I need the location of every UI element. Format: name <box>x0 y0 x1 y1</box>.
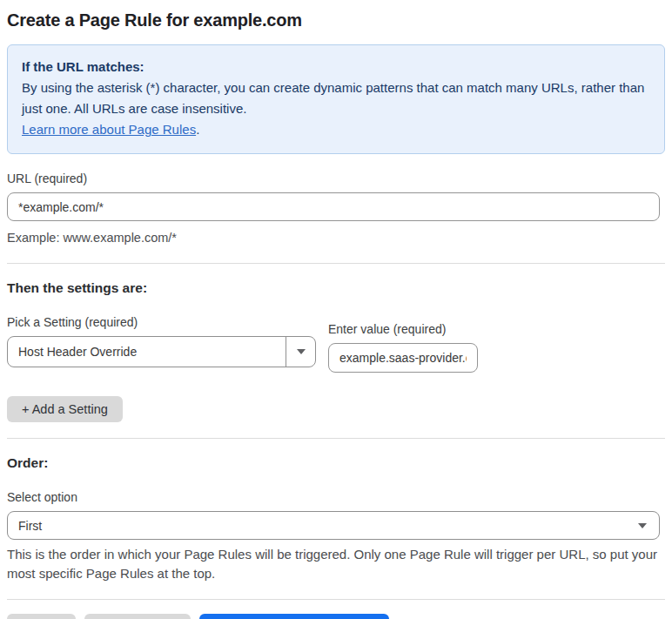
order-select[interactable]: First <box>7 511 660 540</box>
url-match-info-box: If the URL matches: By using the asteris… <box>7 44 665 154</box>
pick-setting-column: Pick a Setting (required) Host Header Ov… <box>7 315 316 367</box>
divider <box>7 438 665 439</box>
divider <box>7 263 665 264</box>
form-actions: Cancel Save as Draft Save and Deploy Pag… <box>7 614 665 619</box>
divider <box>7 599 665 600</box>
page-title: Create a Page Rule for example.com <box>7 10 665 30</box>
setting-value-input[interactable] <box>328 343 478 373</box>
caret-down-icon <box>297 349 306 354</box>
info-box-heading: If the URL matches: <box>22 57 650 77</box>
order-selected-value: First <box>8 519 638 533</box>
pick-setting-label: Pick a Setting (required) <box>7 315 316 329</box>
order-helper-text: This is the order in which your Page Rul… <box>7 545 660 583</box>
order-select-label: Select option <box>7 490 665 504</box>
cancel-button[interactable]: Cancel <box>7 614 76 619</box>
save-and-deploy-button[interactable]: Save and Deploy Page Rule <box>199 614 389 619</box>
create-page-rule-panel: Create a Page Rule for example.com If th… <box>0 0 672 619</box>
enter-value-column: Enter value (required) <box>328 315 478 373</box>
url-example-helper: Example: www.example.com/* <box>7 228 665 247</box>
url-input[interactable] <box>7 192 660 221</box>
link-period: . <box>196 122 199 137</box>
add-setting-button[interactable]: + Add a Setting <box>7 396 123 422</box>
save-as-draft-button[interactable]: Save as Draft <box>84 614 191 619</box>
pick-setting-selected-value: Host Header Override <box>8 345 286 359</box>
info-box-body-text: By using the asterisk (*) character, you… <box>22 80 644 116</box>
caret-down-icon <box>638 523 647 528</box>
learn-more-link[interactable]: Learn more about Page Rules <box>22 122 196 137</box>
order-section-heading: Order: <box>7 455 665 471</box>
pick-setting-select[interactable]: Host Header Override <box>7 336 316 367</box>
enter-value-label: Enter value (required) <box>328 322 478 336</box>
url-field-label: URL (required) <box>7 172 665 185</box>
order-dropdown-arrow <box>638 523 659 528</box>
info-box-body: By using the asterisk (*) character, you… <box>22 77 650 140</box>
pick-setting-dropdown-button[interactable] <box>286 337 315 367</box>
setting-row: Pick a Setting (required) Host Header Ov… <box>7 315 665 373</box>
settings-section-heading: Then the settings are: <box>7 280 665 296</box>
